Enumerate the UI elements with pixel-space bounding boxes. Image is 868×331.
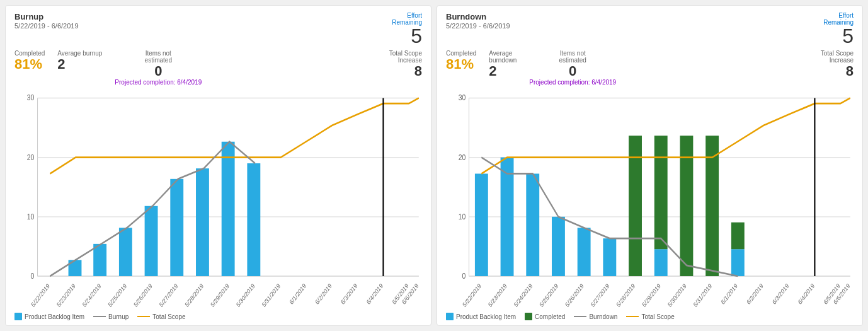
burndown-svg: 0 10 20 30 — [446, 90, 854, 310]
svg-rect-51 — [603, 238, 616, 276]
burndown-legend-burndown: Burndown — [574, 313, 617, 320]
burnup-avg-stat: Average burnup 2 — [57, 50, 102, 72]
svg-text:5/22/2019: 5/22/2019 — [462, 282, 483, 309]
svg-text:6/1/2019: 6/1/2019 — [288, 282, 307, 306]
svg-text:5/30/2019: 5/30/2019 — [235, 282, 256, 309]
svg-text:5/24/2019: 5/24/2019 — [81, 282, 102, 309]
svg-text:5/22/2019: 5/22/2019 — [30, 282, 51, 309]
svg-rect-12 — [93, 244, 106, 276]
burnup-completed-value: 81% — [14, 57, 45, 72]
burnup-legend-scope: Total Scope — [137, 313, 185, 320]
burndown-scope-label: Total ScopeIncrease — [821, 50, 854, 64]
svg-text:6/2/2019: 6/2/2019 — [314, 282, 333, 306]
burndown-projected: Projected completion: 6/4/2019 — [529, 79, 616, 86]
burnup-items-label: Items notestimated — [115, 50, 202, 64]
burndown-header: Burndown 5/22/2019 - 6/6/2019 EffortRema… — [446, 12, 854, 46]
svg-rect-47 — [501, 158, 514, 276]
svg-text:6/4/2019: 6/4/2019 — [365, 282, 384, 306]
burndown-scope-value: 8 — [821, 64, 854, 79]
burndown-effort-value: 5 — [823, 26, 854, 46]
svg-rect-46 — [475, 174, 488, 277]
burndown-legend-burndown-label: Burndown — [589, 313, 617, 320]
svg-text:0: 0 — [31, 271, 35, 281]
svg-text:5/24/2019: 5/24/2019 — [513, 282, 534, 309]
svg-text:5/31/2019: 5/31/2019 — [261, 282, 282, 309]
svg-rect-13 — [119, 228, 132, 276]
burnup-legend-pbi-label: Product Backlog Item — [25, 313, 84, 320]
burnup-card: Burnup 5/22/2019 - 6/6/2019 EffortRemain… — [5, 5, 431, 326]
svg-text:6/1/2019: 6/1/2019 — [720, 282, 739, 306]
svg-text:5/29/2019: 5/29/2019 — [209, 282, 230, 309]
svg-text:5/29/2019: 5/29/2019 — [641, 282, 661, 309]
svg-text:10: 10 — [27, 212, 35, 222]
burnup-legend-scope-label: Total Scope — [152, 313, 185, 320]
burndown-avg-value: 2 — [489, 64, 517, 79]
burndown-items-label: Items notestimated — [529, 50, 616, 64]
svg-rect-53 — [654, 249, 668, 276]
svg-text:6/3/2019: 6/3/2019 — [771, 282, 790, 306]
svg-text:5/28/2019: 5/28/2019 — [184, 282, 205, 309]
burndown-legend: Product Backlog Item Completed Burndown … — [446, 313, 854, 320]
svg-rect-58 — [731, 223, 745, 250]
burndown-legend-pbi-label: Product Backlog Item — [456, 313, 516, 320]
svg-rect-17 — [222, 142, 235, 276]
svg-text:20: 20 — [459, 153, 466, 163]
bd-pbi-color-swatch — [446, 313, 454, 320]
burndown-completed-value: 81% — [446, 57, 476, 72]
burnup-effort-label: EffortRemaining — [392, 12, 422, 26]
burndown-avg-label: Averageburndown — [489, 50, 517, 64]
burndown-items-stat: Items notestimated 0 Projected completio… — [529, 50, 616, 86]
burnup-avg-value: 2 — [57, 57, 102, 72]
burnup-legend-burnup-label: Burnup — [108, 313, 128, 320]
burndown-line-swatch — [574, 316, 586, 317]
burndown-title-area: Burndown 5/22/2019 - 6/6/2019 — [446, 12, 510, 30]
burnup-svg: 0 10 20 30 — [14, 90, 422, 310]
burndown-title: Burndown — [446, 12, 510, 21]
svg-rect-49 — [552, 217, 565, 276]
completed-color-swatch — [525, 313, 532, 320]
svg-text:5/28/2019: 5/28/2019 — [615, 282, 636, 309]
svg-rect-57 — [731, 249, 745, 276]
svg-text:6/3/2019: 6/3/2019 — [340, 282, 358, 306]
burndown-effort-label: EffortRemaining — [823, 12, 854, 26]
burnup-items-stat: Items notestimated 0 Projected completio… — [115, 50, 202, 86]
svg-rect-54 — [654, 136, 668, 249]
svg-rect-18 — [247, 163, 260, 276]
svg-rect-50 — [578, 228, 591, 276]
svg-text:5/27/2019: 5/27/2019 — [158, 282, 179, 309]
svg-text:5/25/2019: 5/25/2019 — [539, 282, 559, 309]
svg-text:10: 10 — [459, 212, 466, 222]
svg-text:20: 20 — [27, 153, 35, 163]
burndown-legend-scope: Total Scope — [626, 313, 674, 320]
burndown-stats-row: Completed 81% Averageburndown 2 Items no… — [446, 50, 854, 86]
svg-text:5/23/2019: 5/23/2019 — [55, 282, 76, 309]
burndown-date: 5/22/2019 - 6/6/2019 — [446, 22, 510, 30]
burndown-avg-stat: Averageburndown 2 — [489, 50, 517, 79]
burnup-items-value: 0 — [115, 64, 202, 79]
burnup-legend-pbi: Product Backlog Item — [14, 313, 84, 320]
burndown-effort-box: EffortRemaining 5 — [823, 12, 854, 46]
burnup-chart-area: 0 10 20 30 — [14, 90, 422, 310]
svg-text:5/23/2019: 5/23/2019 — [487, 282, 508, 309]
burnup-scope-label: Total ScopeIncrease — [389, 50, 422, 64]
burnup-scope-value: 8 — [389, 64, 422, 79]
burnup-title: Burnup — [14, 12, 79, 21]
svg-text:5/26/2019: 5/26/2019 — [564, 282, 585, 309]
burndown-legend-pbi: Product Backlog Item — [446, 313, 516, 320]
burnup-effort-value: 5 — [392, 26, 422, 46]
burnup-date: 5/22/2019 - 6/6/2019 — [14, 22, 79, 30]
burndown-scope-stat: Total ScopeIncrease 8 — [821, 50, 854, 79]
svg-rect-14 — [145, 206, 158, 276]
svg-text:0: 0 — [462, 271, 466, 281]
burnup-legend-burnup: Burnup — [93, 313, 128, 320]
svg-text:5/31/2019: 5/31/2019 — [692, 282, 713, 309]
svg-rect-15 — [170, 179, 183, 276]
svg-rect-16 — [196, 168, 209, 276]
burndown-chart-area: 0 10 20 30 — [446, 90, 854, 310]
svg-rect-48 — [526, 174, 539, 277]
svg-text:5/26/2019: 5/26/2019 — [132, 282, 153, 309]
burnup-projected: Projected completion: 6/4/2019 — [115, 79, 202, 86]
burnup-effort-box: EffortRemaining 5 — [392, 12, 422, 46]
bd-scope-line-swatch — [626, 316, 639, 317]
burnup-completed-stat: Completed 81% — [14, 50, 45, 72]
